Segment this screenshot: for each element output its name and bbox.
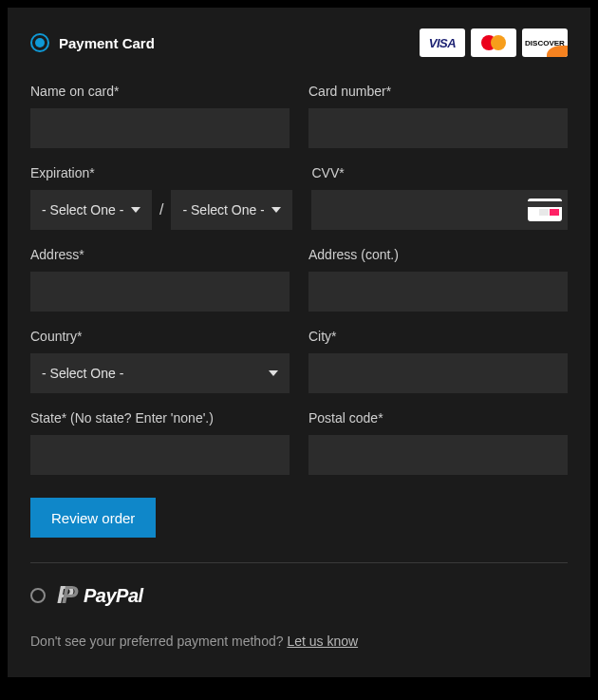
- city-label: City*: [308, 329, 568, 344]
- cvv-label: CVV*: [311, 165, 568, 180]
- address-input[interactable]: [30, 272, 290, 312]
- card-number-input[interactable]: [308, 108, 568, 148]
- header-left: Payment Card: [30, 33, 155, 52]
- let-us-know-link[interactable]: Let us know: [287, 634, 358, 649]
- postal-code-label: Postal code*: [308, 410, 568, 426]
- review-order-button[interactable]: Review order: [30, 498, 156, 538]
- paypal-radio[interactable]: [30, 588, 46, 603]
- panel-header: Payment Card VISA DISCOVER: [30, 28, 568, 57]
- payment-card-radio[interactable]: [30, 33, 49, 52]
- address-label: Address*: [30, 247, 290, 262]
- city-input[interactable]: [308, 353, 568, 393]
- card-brand-logos: VISA DISCOVER: [420, 28, 568, 57]
- name-on-card-label: Name on card*: [30, 84, 290, 99]
- address2-label: Address (cont.): [308, 247, 568, 262]
- page-title: Payment Card: [59, 35, 155, 51]
- name-on-card-input[interactable]: [30, 108, 290, 148]
- address2-input[interactable]: [308, 272, 568, 312]
- discover-logo: DISCOVER: [522, 28, 568, 57]
- mastercard-logo: [471, 28, 516, 57]
- paypal-logo: PP PayPal: [57, 584, 143, 607]
- state-input[interactable]: [30, 435, 290, 475]
- expiration-month-select[interactable]: - Select One -: [30, 190, 152, 230]
- card-number-label: Card number*: [308, 84, 568, 99]
- postal-code-input[interactable]: [308, 435, 568, 475]
- country-label: Country*: [30, 329, 290, 344]
- paypal-option[interactable]: PP PayPal: [30, 584, 568, 607]
- country-select[interactable]: - Select One -: [30, 353, 290, 393]
- expiration-year-select[interactable]: - Select One -: [171, 190, 292, 230]
- expiration-label: Expiration*: [30, 165, 292, 180]
- payment-panel: Payment Card VISA DISCOVER Name on card*…: [8, 8, 590, 677]
- cvv-card-icon: [528, 199, 562, 221]
- divider: [30, 562, 568, 563]
- footer-text: Don't see your preferred payment method?…: [30, 634, 568, 649]
- expiration-separator: /: [159, 201, 163, 218]
- visa-logo: VISA: [420, 28, 465, 57]
- state-label: State* (No state? Enter 'none'.): [30, 410, 290, 426]
